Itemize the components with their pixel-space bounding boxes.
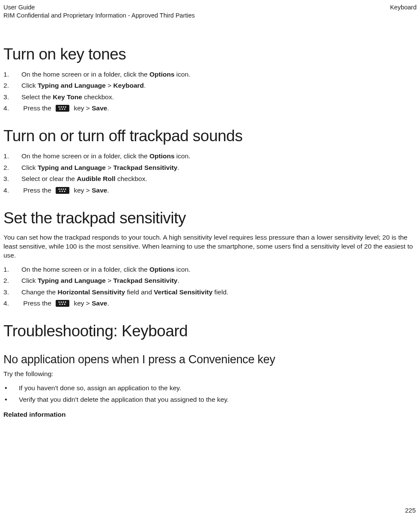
svg-point-5 bbox=[62, 109, 63, 110]
svg-point-16 bbox=[63, 302, 64, 303]
menu-key-icon bbox=[56, 187, 69, 194]
svg-point-1 bbox=[61, 107, 62, 108]
svg-point-12 bbox=[62, 190, 63, 192]
svg-point-3 bbox=[65, 107, 66, 108]
list-item: Select or clear the Audible Roll checkbo… bbox=[3, 174, 417, 184]
svg-point-15 bbox=[61, 302, 62, 303]
list-item: If you haven't done so, assign an applic… bbox=[3, 383, 417, 393]
list-item: Click Typing and Language > Trackpad Sen… bbox=[3, 276, 417, 286]
svg-point-0 bbox=[59, 107, 60, 108]
related-information: Related information bbox=[3, 411, 417, 418]
svg-point-17 bbox=[65, 302, 66, 303]
header-section: Keyboard bbox=[390, 3, 417, 20]
steps-trackpad-sensitivity: On the home screen or in a folder, click… bbox=[3, 264, 417, 309]
svg-point-11 bbox=[60, 190, 61, 192]
confidential-notice: RIM Confidential and Proprietary Informa… bbox=[3, 12, 195, 20]
subheading-convenience-key: No application opens when I press a Conv… bbox=[3, 353, 417, 366]
svg-point-9 bbox=[63, 188, 64, 190]
svg-point-20 bbox=[64, 304, 66, 305]
menu-key-icon bbox=[56, 105, 69, 112]
page-number: 225 bbox=[405, 507, 416, 514]
page-header: User Guide RIM Confidential and Propriet… bbox=[3, 3, 417, 20]
try-following: Try the following: bbox=[3, 370, 417, 379]
list-item: On the home screen or in a folder, click… bbox=[3, 69, 417, 80]
list-item: Click Typing and Language > Trackpad Sen… bbox=[3, 163, 417, 173]
svg-point-14 bbox=[59, 302, 60, 303]
list-item: Press the key > Save. bbox=[3, 103, 417, 113]
list-item: Change the Horizontal Sensitivity field … bbox=[3, 287, 417, 297]
list-item: Verify that you didn't delete the applic… bbox=[3, 394, 417, 405]
steps-trackpad-sounds: On the home screen or in a folder, click… bbox=[3, 151, 417, 196]
list-item: Click Typing and Language > Keyboard. bbox=[3, 80, 417, 91]
list-item: Press the key > Save. bbox=[3, 298, 417, 308]
svg-point-6 bbox=[64, 109, 66, 110]
svg-point-18 bbox=[60, 304, 61, 305]
list-item: On the home screen or in a folder, click… bbox=[3, 151, 417, 161]
svg-point-10 bbox=[65, 188, 66, 190]
header-left: User Guide RIM Confidential and Propriet… bbox=[3, 3, 195, 20]
svg-point-8 bbox=[61, 188, 62, 190]
svg-point-7 bbox=[59, 188, 60, 190]
doc-title: User Guide bbox=[3, 3, 195, 12]
list-item: Press the key > Save. bbox=[3, 185, 417, 196]
troubleshoot-bullets: If you haven't done so, assign an applic… bbox=[3, 383, 417, 405]
heading-trackpad-sensitivity: Set the trackpad sensitivity bbox=[3, 209, 417, 227]
steps-key-tones: On the home screen or in a folder, click… bbox=[3, 69, 417, 114]
sensitivity-description: You can set how the trackpad responds to… bbox=[3, 233, 417, 260]
svg-point-19 bbox=[62, 304, 63, 305]
page-content: Turn on key tones On the home screen or … bbox=[3, 45, 417, 418]
heading-troubleshooting: Troubleshooting: Keyboard bbox=[3, 322, 417, 340]
menu-key-icon bbox=[56, 300, 69, 307]
list-item: Select the Key Tone checkbox. bbox=[3, 92, 417, 102]
list-item: On the home screen or in a folder, click… bbox=[3, 264, 417, 275]
svg-point-2 bbox=[63, 107, 64, 108]
svg-point-13 bbox=[64, 190, 66, 192]
heading-key-tones: Turn on key tones bbox=[3, 45, 417, 63]
svg-point-4 bbox=[60, 109, 61, 110]
heading-trackpad-sounds: Turn on or turn off trackpad sounds bbox=[3, 127, 417, 145]
